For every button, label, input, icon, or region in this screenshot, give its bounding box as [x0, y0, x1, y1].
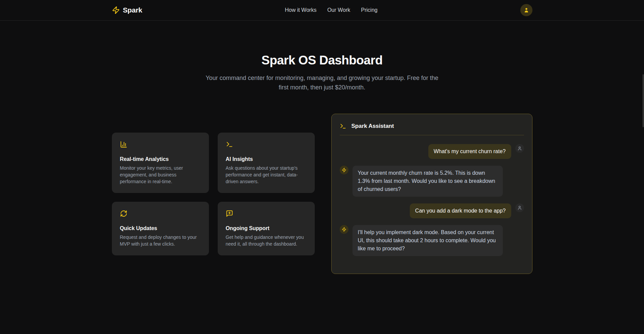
top-nav-inner: Spark How it Works Our Work Pricing: [112, 4, 532, 16]
nav-links: How it Works Our Work Pricing: [142, 7, 520, 13]
nav-link-pricing[interactable]: Pricing: [361, 7, 377, 13]
chart-column-icon: [120, 141, 201, 148]
assistant-message-bubble: Your current monthly churn rate is 5.2%.…: [352, 166, 503, 197]
nav-link-our-work[interactable]: Our Work: [327, 7, 350, 13]
feature-card-realtime-analytics: Real-time Analytics Monitor your key met…: [112, 133, 209, 193]
panel-divider: [340, 135, 524, 135]
vertical-scrollbar-thumb[interactable]: [643, 74, 644, 127]
feature-card-quick-updates: Quick Updates Request and deploy changes…: [112, 202, 209, 255]
assistant-panel-header: Spark Assistant: [340, 121, 524, 131]
feature-card-ai-insights: AI Insights Ask questions about your sta…: [218, 133, 315, 193]
refresh-icon: [120, 210, 201, 217]
terminal-icon: [226, 141, 307, 148]
hero-section: Spark OS Dashboard Your command center f…: [0, 53, 644, 92]
page-title: Spark OS Dashboard: [0, 53, 644, 68]
user-avatar: [515, 203, 524, 212]
terminal-icon: [340, 123, 346, 130]
chat-message-assistant: Your current monthly churn rate is 5.2%.…: [340, 166, 524, 197]
spark-assistant-panel: Spark Assistant What's my current churn …: [331, 114, 532, 274]
message-square-plus-icon: [226, 210, 307, 217]
feature-description: Monitor your key metrics, user engagemen…: [120, 165, 201, 185]
user-avatar-button[interactable]: [520, 4, 532, 16]
user-message-bubble: Can you add a dark mode to the app?: [410, 203, 511, 218]
feature-description: Request and deploy changes to your MVP w…: [120, 234, 201, 247]
assistant-message-bubble: I'll help you implement dark mode. Based…: [352, 225, 503, 256]
hero-subtitle: Your command center for monitoring, mana…: [205, 73, 439, 92]
top-nav: Spark How it Works Our Work Pricing: [0, 0, 644, 21]
feature-title: Ongoing Support: [226, 225, 307, 231]
user-message-bubble: What's my current churn rate?: [428, 144, 511, 159]
feature-grid: Real-time Analytics Monitor your key met…: [112, 133, 315, 255]
zap-icon: [112, 6, 120, 14]
user-filled-icon: [523, 7, 529, 13]
chat-message-user: What's my current churn rate?: [340, 144, 524, 159]
feature-description: Get help and guidance whenever you need …: [226, 234, 307, 247]
brand-name: Spark: [123, 6, 142, 14]
feature-title: Quick Updates: [120, 225, 201, 231]
assistant-panel-title: Spark Assistant: [351, 123, 394, 130]
feature-title: AI Insights: [226, 156, 307, 162]
assistant-avatar-zap-icon: [340, 225, 348, 234]
feature-description: Ask questions about your startup's perfo…: [226, 165, 307, 185]
chat-messages: What's my current churn rate? Your curre…: [340, 144, 524, 256]
feature-title: Real-time Analytics: [120, 156, 201, 162]
assistant-avatar-zap-icon: [340, 166, 348, 174]
chat-message-assistant: I'll help you implement dark mode. Based…: [340, 225, 524, 256]
nav-link-how-it-works[interactable]: How it Works: [285, 7, 316, 13]
main-content: Real-time Analytics Monitor your key met…: [112, 114, 532, 274]
feature-card-ongoing-support: Ongoing Support Get help and guidance wh…: [218, 202, 315, 255]
chat-message-user: Can you add a dark mode to the app?: [340, 203, 524, 218]
brand-logo[interactable]: Spark: [112, 6, 142, 14]
user-avatar: [515, 144, 524, 153]
